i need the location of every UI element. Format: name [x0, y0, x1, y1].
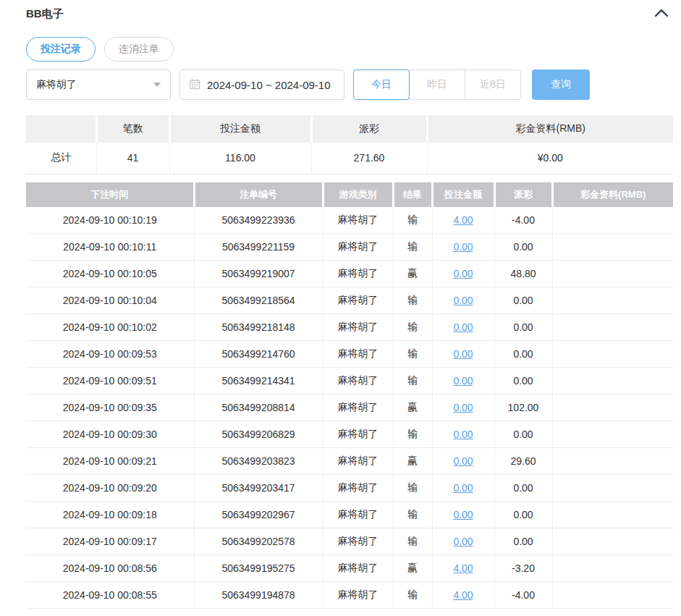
- order-id-cell: 5063499202967: [194, 502, 323, 528]
- bet-amount-link[interactable]: 0.00: [453, 455, 473, 467]
- bet-time-cell: 2024-09-10 00:09:53: [26, 341, 194, 368]
- table-row: 2024-09-10 00:09:51 5063499214341 麻将胡了 输…: [26, 368, 673, 395]
- bet-amount-link[interactable]: 0.00: [453, 295, 473, 306]
- order-id-cell: 5063499223936: [194, 207, 323, 234]
- date-range-input[interactable]: 2024-09-10 ~ 2024-09-10: [179, 69, 344, 100]
- bet-amount-cell: 0.00: [432, 234, 494, 261]
- result-cell: 输: [393, 502, 432, 528]
- table-row: 2024-09-10 00:08:56 5063499195275 麻将胡了 赢…: [26, 555, 673, 582]
- filter-toolbar: 麻将胡了 2024-09-10 ~ 2024-09-10 今日 昨日 近8日 查…: [26, 69, 681, 100]
- order-id-cell: 5063499218564: [194, 287, 323, 314]
- table-row: 2024-09-10 00:10:02 5063499218148 麻将胡了 输…: [26, 314, 673, 341]
- result-cell: 输: [393, 207, 432, 234]
- game-select[interactable]: 麻将胡了: [26, 69, 171, 100]
- table-row: 2024-09-10 00:09:35 5063499208814 麻将胡了 赢…: [26, 395, 673, 421]
- bonus-cell: [552, 207, 673, 234]
- bonus-cell: [552, 261, 673, 287]
- bet-amount-link[interactable]: 0.00: [453, 509, 473, 520]
- game-type-cell: 麻将胡了: [323, 582, 393, 609]
- game-type-cell: 麻将胡了: [323, 341, 393, 368]
- payout-cell: 0.00: [494, 421, 552, 448]
- bet-amount-link[interactable]: 0.00: [453, 321, 473, 333]
- bet-amount-link[interactable]: 0.00: [453, 241, 473, 253]
- bonus-cell: [552, 234, 673, 261]
- bet-amount-cell: 0.00: [432, 368, 494, 395]
- bet-amount-link[interactable]: 0.00: [453, 536, 473, 547]
- result-cell: 输: [393, 287, 432, 314]
- payout-cell: 102.00: [494, 395, 552, 421]
- summary-bet-amount-cell: 116.00: [169, 143, 311, 174]
- tab-cancelled-orders[interactable]: 连消注单: [104, 37, 174, 62]
- panel-header: BB电子: [26, 4, 673, 23]
- quick-date-buttons: 今日 昨日 近8日: [353, 69, 521, 100]
- game-type-cell: 麻将胡了: [323, 368, 393, 395]
- bet-time-cell: 2024-09-10 00:09:17: [26, 528, 194, 555]
- quick-last8days-button[interactable]: 近8日: [465, 69, 521, 100]
- detail-header-cell: 注单编号: [194, 182, 323, 207]
- collapse-panel-button[interactable]: [654, 9, 669, 20]
- bet-time-cell: 2024-09-10 00:10:02: [26, 314, 194, 341]
- tab-bet-records[interactable]: 投注记录: [26, 37, 96, 62]
- record-tabs: 投注记录 连消注单: [26, 37, 681, 62]
- game-type-cell: 麻将胡了: [323, 395, 393, 421]
- summary-header-cell: 笔数: [96, 115, 169, 143]
- bet-amount-cell: 0.00: [432, 475, 494, 502]
- detail-table: 下注时间注单编号游戏类别结果投注金额派彩彩金资料(RMB) 2024-09-10…: [26, 182, 673, 609]
- bet-time-cell: 2024-09-10 00:09:51: [26, 368, 194, 395]
- bet-time-cell: 2024-09-10 00:10:11: [26, 234, 194, 261]
- order-id-cell: 5063499203417: [194, 475, 323, 502]
- bet-amount-cell: 0.00: [432, 448, 494, 475]
- payout-cell: 0.00: [494, 528, 552, 555]
- bet-amount-link[interactable]: 0.00: [453, 402, 473, 413]
- bet-amount-link[interactable]: 0.00: [453, 348, 473, 360]
- search-button[interactable]: 查询: [532, 69, 590, 100]
- bet-amount-link[interactable]: 0.00: [453, 482, 473, 494]
- detail-header-cell: 派彩: [494, 182, 552, 207]
- quick-today-button[interactable]: 今日: [353, 69, 410, 100]
- bonus-cell: [552, 582, 673, 609]
- table-row: 2024-09-10 00:10:11 5063499221159 麻将胡了 输…: [26, 234, 673, 261]
- result-cell: 输: [393, 314, 432, 341]
- bet-amount-link[interactable]: 4.00: [453, 562, 473, 574]
- bet-amount-link[interactable]: 0.00: [453, 268, 473, 279]
- game-type-cell: 麻将胡了: [323, 314, 393, 341]
- quick-yesterday-button[interactable]: 昨日: [409, 69, 465, 100]
- bet-time-cell: 2024-09-10 00:08:56: [26, 555, 194, 582]
- bet-time-cell: 2024-09-10 00:10:05: [26, 261, 194, 287]
- bonus-cell: [552, 341, 673, 368]
- bonus-cell: [552, 528, 673, 555]
- bet-amount-link[interactable]: 4.00: [453, 589, 473, 601]
- page-title: BB电子: [26, 7, 64, 21]
- bet-amount-link[interactable]: 4.00: [453, 214, 473, 226]
- bonus-cell: [552, 395, 673, 421]
- game-type-cell: 麻将胡了: [323, 528, 393, 555]
- order-id-cell: 5063499214341: [194, 368, 323, 395]
- order-id-cell: 5063499203823: [194, 448, 323, 475]
- result-cell: 输: [393, 341, 432, 368]
- result-cell: 赢: [393, 448, 432, 475]
- payout-cell: 48.80: [494, 261, 552, 287]
- payout-cell: 0.00: [494, 475, 552, 502]
- bet-time-cell: 2024-09-10 00:09:35: [26, 395, 194, 421]
- game-select-value: 麻将胡了: [36, 78, 77, 91]
- order-id-cell: 5063499194878: [194, 582, 323, 609]
- detail-header-cell: 彩金资料(RMB): [552, 182, 673, 207]
- summary-payout-cell: 271.60: [311, 143, 427, 174]
- bet-amount-cell: 0.00: [432, 502, 494, 528]
- detail-header-cell: 游戏类别: [323, 182, 393, 207]
- order-id-cell: 5063499206829: [194, 421, 323, 448]
- summary-header-cell: 彩金资料(RMB): [427, 115, 673, 143]
- table-row: 2024-09-10 00:09:17 5063499202578 麻将胡了 输…: [26, 528, 673, 555]
- order-id-cell: 5063499214760: [194, 341, 323, 368]
- result-cell: 赢: [393, 261, 432, 287]
- bet-amount-link[interactable]: 0.00: [453, 375, 473, 387]
- bet-amount-cell: 4.00: [432, 207, 494, 234]
- bonus-cell: [552, 448, 673, 475]
- game-type-cell: 麻将胡了: [323, 502, 393, 528]
- payout-cell: 0.00: [494, 234, 552, 261]
- bet-amount-link[interactable]: 0.00: [453, 429, 473, 440]
- bonus-cell: [552, 475, 673, 502]
- result-cell: 赢: [393, 395, 432, 421]
- bet-record-panel: BB电子 投注记录 连消注单 麻将胡了 2024-09-10 ~ 2024-09…: [0, 0, 681, 609]
- payout-cell: 0.00: [494, 502, 552, 528]
